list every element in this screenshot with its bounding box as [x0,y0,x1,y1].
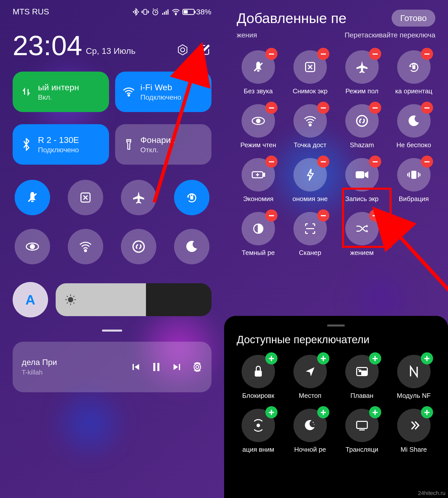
remove-badge[interactable]: − [265,102,278,114]
svg-rect-13 [31,201,34,202]
auto-brightness-toggle[interactable]: A [13,282,48,317]
svg-rect-6 [166,11,167,15]
screenshot-toggle[interactable] [68,180,103,215]
wifi-tile[interactable]: i-Fi Web Подключено [115,72,211,112]
add-badge[interactable]: + [317,406,329,418]
mishare-icon: + [397,409,431,442]
focus-icon: + [242,409,275,442]
added-screenshot[interactable]: −Снимок экр [288,50,332,95]
avail-location[interactable]: +Местоп [288,355,332,400]
add-badge[interactable]: + [421,352,433,364]
mute-icon: − [242,50,275,84]
avail-cast[interactable]: +Трансляци [340,409,383,453]
edit-header: Добавленные пе [237,10,347,26]
remove-badge[interactable]: − [317,156,329,168]
added-shazam[interactable]: −Shazam [340,104,383,149]
settings-button[interactable] [176,43,190,57]
prev-button[interactable] [132,362,141,372]
watermark: 24hitech.ru [418,490,445,496]
remove-badge[interactable]: − [265,156,278,168]
output-button[interactable] [192,362,202,372]
svg-rect-44 [263,173,265,176]
avail-lock[interactable]: +Блокировк [237,355,280,400]
avail-mishare[interactable]: +Mi Share [392,409,435,453]
avail-focus[interactable]: +ация вним [237,409,280,453]
svg-rect-36 [257,70,260,72]
airplane-toggle[interactable] [121,180,156,215]
mute-toggle[interactable] [15,180,50,215]
status-icons: 38% [133,8,211,16]
done-button[interactable]: Готово [392,10,435,27]
flashlight-tile[interactable]: Фонарик Откл. [115,124,211,165]
add-badge[interactable]: + [369,406,381,418]
added-contrast[interactable]: −Темный ре [237,212,280,257]
added-vibrate[interactable]: −Вибрация [392,158,435,203]
svg-point-18 [84,250,87,252]
edit-toggles-screen: Добавленные пе Готово жения Перетаскивай… [224,0,448,498]
alarm-icon [152,8,159,16]
svg-point-19 [133,241,144,252]
remove-badge[interactable]: − [265,209,278,222]
added-rotate[interactable]: −ка ориентац [392,50,435,95]
subtitle-right: Перетаскивайте переключа [345,31,435,39]
bluetooth-tile[interactable]: R 2 - 130E Подключено [13,124,109,165]
remove-badge[interactable]: − [369,48,381,60]
mobile-data-tile[interactable]: ый интерн Вкл. [13,72,109,112]
shazam-toggle[interactable] [121,229,156,264]
added-eye[interactable]: −Режим чтен [237,104,280,149]
add-badge[interactable]: + [317,352,329,364]
hotspot-toggle[interactable] [68,229,103,264]
wifi-icon [122,85,135,98]
remove-badge[interactable]: − [317,102,329,114]
rotation-lock-toggle[interactable] [174,180,209,215]
edit-button[interactable] [197,43,211,57]
drag-handle[interactable] [102,330,122,332]
svg-rect-50 [255,371,262,377]
pause-button[interactable] [152,362,161,372]
remove-badge[interactable]: − [369,156,381,168]
avail-night[interactable]: +Ночной ре [288,409,332,453]
media-player[interactable]: дела При T-killah [13,342,211,392]
highlight-screen-record [342,188,392,248]
dnd-toggle[interactable] [174,229,209,264]
remove-badge[interactable]: − [317,48,329,60]
remove-badge[interactable]: − [421,102,433,114]
bluetooth-icon [20,138,33,151]
pip-icon: + [345,355,379,388]
svg-rect-4 [162,13,163,15]
avail-nfc[interactable]: +Модуль NF [392,355,435,400]
reading-mode-toggle[interactable] [15,229,50,264]
add-badge[interactable]: + [265,406,278,418]
add-badge[interactable]: + [421,406,433,418]
contrast-icon: − [242,212,275,245]
avail-pip[interactable]: +Плаван [340,355,383,400]
added-battery-plus[interactable]: −Экономия [237,158,280,203]
svg-rect-7 [167,9,168,15]
control-center-screen: MTS RUS 38% 23:04 Ср [0,0,224,498]
available-panel[interactable]: Доступные переключатели +Блокировк+Место… [224,316,448,498]
added-moon[interactable]: −Не беспоко [392,104,435,149]
wifi-icon [172,9,180,15]
added-scan[interactable]: −Сканер [288,212,332,257]
added-mute[interactable]: −Без звука [237,50,280,95]
svg-point-42 [357,116,367,126]
brightness-icon [65,294,76,306]
panel-handle[interactable] [327,324,345,327]
add-badge[interactable]: + [265,352,278,364]
svg-marker-9 [178,45,187,55]
added-hotspot[interactable]: −Точка дост [288,104,332,149]
remove-badge[interactable]: − [421,156,433,168]
svg-point-0 [133,11,134,12]
remove-badge[interactable]: − [369,102,381,114]
svg-rect-16 [190,196,193,200]
added-bolt[interactable]: −ономия эне [288,158,332,203]
next-button[interactable] [172,362,181,372]
remove-badge[interactable]: − [317,209,329,222]
remove-badge[interactable]: − [265,48,278,60]
added-airplane[interactable]: −Режим пол [340,50,383,95]
svg-line-26 [73,302,74,304]
add-badge[interactable]: + [369,352,381,364]
remove-badge[interactable]: − [421,48,433,60]
svg-rect-52 [362,371,366,375]
brightness-slider[interactable] [56,283,211,316]
